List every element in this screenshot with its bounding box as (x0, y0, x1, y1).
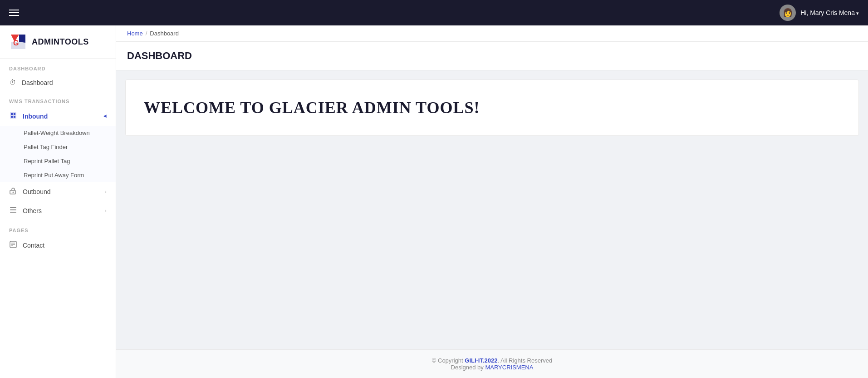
section-label-dashboard: DASHBOARD (0, 59, 116, 74)
inbound-chevron-icon: ▾ (102, 115, 108, 118)
main-content: Home / Dashboard DASHBOARD WELCOME TO GL… (116, 25, 868, 378)
designed-by-text: Designed by (451, 364, 485, 371)
contact-label: Contact (23, 242, 107, 249)
designer-link[interactable]: MARYCRISMENA (485, 364, 533, 371)
page-body: DASHBOARD WELCOME TO GLACIER ADMIN TOOLS… (116, 42, 868, 349)
svg-marker-2 (19, 35, 25, 43)
section-label-pages: PAGES (0, 220, 116, 236)
svg-rect-12 (10, 207, 16, 208)
inbound-label: Inbound (23, 113, 98, 120)
breadcrumb-home[interactable]: Home (127, 30, 143, 37)
svg-point-11 (13, 192, 14, 193)
sidebar: G ADMINTOOLS DASHBOARD ⏱ Dashboard WMS T… (0, 25, 116, 378)
sidebar-item-others[interactable]: Others › (0, 201, 116, 220)
sidebar-subitem-pallet-tag-finder[interactable]: Pallet Tag Finder (0, 140, 116, 154)
svg-rect-8 (11, 116, 13, 118)
layout: G ADMINTOOLS DASHBOARD ⏱ Dashboard WMS T… (0, 25, 868, 378)
others-chevron-icon: › (105, 208, 107, 214)
hamburger-menu-button[interactable] (9, 10, 19, 16)
section-label-wms: WMS TRANSACTIONS (0, 91, 116, 107)
svg-rect-9 (14, 116, 15, 118)
welcome-card: WELCOME TO GLACIER ADMIN TOOLS! (125, 80, 859, 136)
sidebar-subitem-reprint-pallet-tag[interactable]: Reprint Pallet Tag (0, 154, 116, 168)
inbound-subitems: Pallet-Weight Breakdown Pallet Tag Finde… (0, 126, 116, 182)
contact-icon (9, 240, 17, 250)
user-greeting[interactable]: Hi, Mary Cris Mena (800, 9, 859, 16)
app-logo-icon: G (9, 33, 27, 51)
avatar: 👩 (780, 5, 796, 21)
sidebar-item-dashboard[interactable]: ⏱ Dashboard (0, 74, 116, 91)
footer: © Copyright GILI-IT.2022. All Rights Res… (116, 349, 868, 378)
sidebar-logo: G ADMINTOOLS (0, 25, 116, 59)
page-title: DASHBOARD (127, 50, 857, 62)
others-label: Others (23, 207, 99, 214)
topbar: 👩 Hi, Mary Cris Mena (0, 0, 868, 25)
topbar-left (9, 10, 19, 16)
sidebar-item-contact[interactable]: Contact (0, 236, 116, 255)
svg-rect-13 (10, 209, 16, 210)
brand-link[interactable]: GILI-IT.2022 (465, 357, 497, 364)
breadcrumb-separator: / (146, 30, 147, 37)
outbound-label: Outbound (23, 188, 99, 195)
copyright-text: © Copyright (432, 357, 465, 364)
sidebar-subitem-pallet-weight[interactable]: Pallet-Weight Breakdown (0, 126, 116, 140)
svg-rect-6 (11, 113, 13, 115)
outbound-chevron-icon: › (105, 189, 107, 195)
sidebar-item-inbound[interactable]: Inbound ▾ (0, 107, 116, 126)
sidebar-item-outbound[interactable]: Outbound › (0, 182, 116, 201)
footer-designer: Designed by MARYCRISMENA (123, 364, 861, 371)
dashboard-icon: ⏱ (9, 79, 16, 87)
topbar-right: 👩 Hi, Mary Cris Mena (780, 5, 859, 21)
rights-text: . All Rights Reserved (498, 357, 553, 364)
others-icon (9, 206, 17, 216)
sidebar-subitem-reprint-put-away[interactable]: Reprint Put Away Form (0, 168, 116, 182)
svg-rect-7 (14, 113, 15, 115)
page-header: DASHBOARD (116, 42, 868, 70)
outbound-icon (9, 187, 17, 197)
breadcrumb: Home / Dashboard (116, 25, 868, 42)
welcome-text: WELCOME TO GLACIER ADMIN TOOLS! (144, 98, 840, 117)
footer-copyright: © Copyright GILI-IT.2022. All Rights Res… (123, 357, 861, 364)
app-name: ADMINTOOLS (32, 37, 89, 47)
svg-text:G: G (13, 39, 19, 47)
breadcrumb-current: Dashboard (150, 30, 179, 37)
inbound-icon (9, 111, 17, 121)
sidebar-item-label: Dashboard (22, 79, 107, 86)
svg-rect-14 (10, 212, 16, 213)
